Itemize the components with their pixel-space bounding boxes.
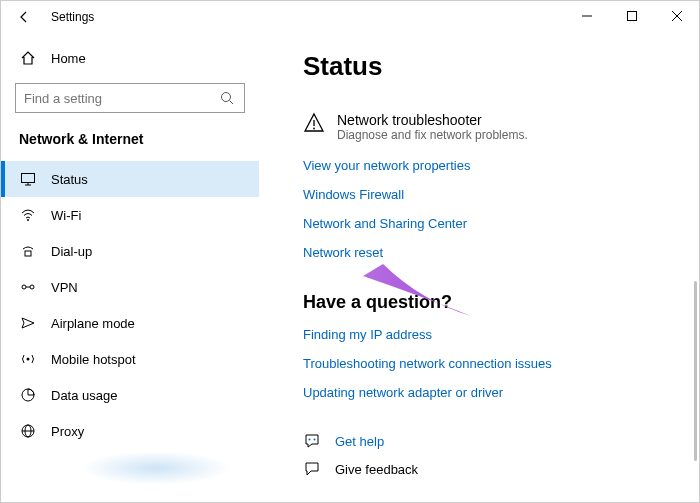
link-update-adapter[interactable]: Updating network adapter or driver	[303, 385, 659, 400]
svg-point-20	[313, 128, 315, 130]
sidebar-item-vpn[interactable]: VPN	[1, 269, 259, 305]
sidebar-item-hotspot[interactable]: Mobile hotspot	[1, 341, 259, 377]
maximize-button[interactable]	[609, 1, 654, 31]
feedback-icon	[303, 460, 321, 478]
link-finding-ip[interactable]: Finding my IP address	[303, 327, 659, 342]
window-title: Settings	[51, 10, 94, 24]
window-controls	[564, 1, 699, 31]
close-button[interactable]	[654, 1, 699, 31]
sidebar-item-label: Mobile hotspot	[51, 352, 136, 367]
content: Home Network & Internet Status Wi-Fi Dia…	[1, 33, 699, 502]
vpn-icon	[19, 278, 37, 296]
proxy-icon	[19, 422, 37, 440]
svg-point-21	[309, 439, 311, 441]
sidebar-item-status[interactable]: Status	[1, 161, 259, 197]
svg-point-4	[222, 93, 231, 102]
airplane-icon	[19, 314, 37, 332]
svg-rect-10	[25, 251, 31, 256]
sidebar-item-dialup[interactable]: Dial-up	[1, 233, 259, 269]
get-help-icon	[303, 432, 321, 450]
svg-point-9	[27, 219, 29, 221]
data-usage-icon	[19, 386, 37, 404]
feedback-row[interactable]: Give feedback	[303, 460, 659, 478]
link-troubleshoot-connection[interactable]: Troubleshooting network connection issue…	[303, 356, 659, 371]
wifi-icon	[19, 206, 37, 224]
svg-point-11	[22, 285, 26, 289]
search-icon	[218, 89, 236, 107]
link-sharing-center[interactable]: Network and Sharing Center	[303, 216, 659, 231]
scrollbar-thumb[interactable]	[694, 281, 697, 461]
sidebar-item-label: Proxy	[51, 424, 84, 439]
home-label: Home	[51, 51, 86, 66]
troubleshooter-subtitle: Diagnose and fix network problems.	[337, 128, 528, 142]
link-get-help[interactable]: Get help	[335, 434, 384, 449]
page-heading: Status	[303, 51, 659, 82]
monitor-icon	[19, 170, 37, 188]
link-view-properties[interactable]: View your network properties	[303, 158, 659, 173]
home-link[interactable]: Home	[1, 41, 259, 75]
svg-rect-6	[22, 174, 35, 183]
sidebar-item-datausage[interactable]: Data usage	[1, 377, 259, 413]
link-firewall[interactable]: Windows Firewall	[303, 187, 659, 202]
back-button[interactable]	[11, 4, 37, 30]
highlight-smudge	[81, 451, 231, 485]
troubleshooter-title: Network troubleshooter	[337, 112, 528, 128]
sidebar-item-label: Data usage	[51, 388, 118, 403]
sidebar-item-wifi[interactable]: Wi-Fi	[1, 197, 259, 233]
svg-point-12	[30, 285, 34, 289]
feedback-label: Give feedback	[335, 462, 418, 477]
sidebar-item-airplane[interactable]: Airplane mode	[1, 305, 259, 341]
sidebar: Home Network & Internet Status Wi-Fi Dia…	[1, 33, 259, 502]
get-help-row[interactable]: Get help	[303, 432, 659, 450]
svg-line-5	[230, 101, 234, 105]
minimize-button[interactable]	[564, 1, 609, 31]
sidebar-item-label: VPN	[51, 280, 78, 295]
search-box[interactable]	[15, 83, 245, 113]
troubleshooter-row[interactable]: Network troubleshooter Diagnose and fix …	[303, 112, 659, 142]
warning-icon	[303, 112, 325, 134]
titlebar: Settings	[1, 1, 699, 33]
question-heading: Have a question?	[303, 292, 659, 313]
sidebar-item-label: Wi-Fi	[51, 208, 81, 223]
section-title: Network & Internet	[1, 127, 259, 161]
hotspot-icon	[19, 350, 37, 368]
dialup-icon	[19, 242, 37, 260]
link-network-reset[interactable]: Network reset	[303, 245, 659, 260]
sidebar-item-label: Dial-up	[51, 244, 92, 259]
sidebar-item-proxy[interactable]: Proxy	[1, 413, 259, 449]
svg-point-22	[314, 439, 316, 441]
home-icon	[19, 49, 37, 67]
svg-point-14	[27, 358, 30, 361]
sidebar-item-label: Status	[51, 172, 88, 187]
main-panel: Status Network troubleshooter Diagnose a…	[259, 33, 699, 502]
search-input[interactable]	[24, 91, 204, 106]
sidebar-item-label: Airplane mode	[51, 316, 135, 331]
svg-rect-1	[627, 12, 636, 21]
